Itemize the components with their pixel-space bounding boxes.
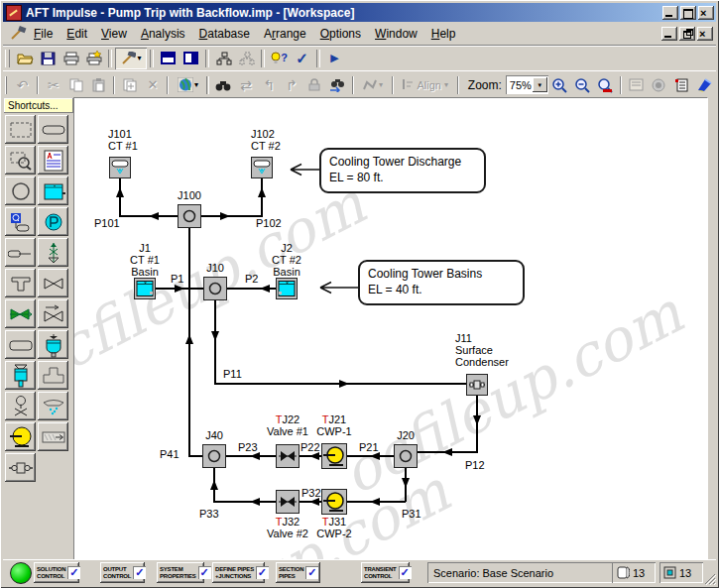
transient-control-checkbox[interactable]: ✓	[399, 566, 412, 579]
menu-arrange[interactable]: Arrange	[257, 24, 313, 44]
duplicate-button[interactable]	[118, 74, 141, 96]
label-p101[interactable]: P101	[94, 217, 120, 229]
find-button[interactable]	[212, 74, 235, 96]
surge-tank-tool[interactable]	[5, 361, 36, 390]
junction-tj21-pump[interactable]	[321, 443, 347, 473]
junction-j10-branch[interactable]	[203, 277, 227, 304]
build-scenario-dropdown[interactable]: ▾	[115, 48, 147, 69]
system-properties-checkbox[interactable]: ✓	[198, 566, 211, 579]
menu-help[interactable]: Help	[424, 24, 463, 44]
child-restore-button[interactable]	[679, 27, 695, 41]
pipe-p1[interactable]	[156, 285, 203, 293]
paste-button[interactable]	[87, 74, 110, 96]
output-control-button[interactable]: OUTPUTCONTROL✓	[100, 562, 145, 583]
zoom-in-button[interactable]	[548, 74, 571, 96]
define-pipes-checkbox[interactable]: ✓	[256, 566, 269, 579]
dead-end-tool[interactable]	[38, 361, 68, 390]
assigned-pressure-tool[interactable]	[38, 207, 68, 236]
label-j2[interactable]: J2CT #2Basin	[262, 242, 311, 278]
pipe-p22[interactable]	[300, 452, 321, 460]
define-pipes-junctions-button[interactable]: DEFINE PIPES+JUNCTIONS✓	[212, 562, 265, 583]
label-p22[interactable]: P22	[300, 441, 320, 453]
resize-grip[interactable]	[703, 572, 716, 585]
junction-list-button[interactable]	[670, 74, 693, 96]
undo-button[interactable]: ↶	[11, 74, 34, 96]
system-properties-button[interactable]: SYSTEMPROPERTIES✓	[157, 562, 204, 583]
pipe-p33[interactable]	[210, 468, 276, 506]
liquid-accumulator-tool[interactable]	[5, 330, 36, 359]
junction-j2-reservoir[interactable]	[276, 278, 298, 303]
solution-control-checkbox[interactable]: ✓	[67, 566, 80, 579]
toolbar-grip[interactable]	[5, 76, 7, 94]
rotate-left-button[interactable]: ↰	[258, 74, 281, 96]
label-j10[interactable]: J10	[203, 262, 227, 274]
close-button[interactable]: ×	[698, 6, 714, 20]
junction-tj32-valve[interactable]	[276, 490, 300, 518]
valve-tool[interactable]	[38, 269, 68, 297]
menu-analysis[interactable]: Analysis	[134, 24, 192, 44]
label-p31[interactable]: P31	[402, 508, 421, 520]
label-p32[interactable]: P32	[301, 487, 321, 499]
menu-window[interactable]: Window	[368, 24, 424, 44]
tee-wye-tool[interactable]	[5, 269, 36, 297]
label-p12[interactable]: P12	[465, 459, 485, 471]
copy-button[interactable]	[64, 74, 87, 96]
pipe-p21[interactable]	[347, 452, 394, 460]
label-j40[interactable]: J40	[201, 429, 227, 441]
child-minimize-button[interactable]	[661, 27, 677, 41]
annotation-cooling-tower-discharge[interactable]: Cooling Tower Discharge EL = 80 ft.	[319, 148, 486, 193]
label-p1[interactable]: P1	[171, 273, 183, 285]
zoom-select[interactable]: 75%▾	[506, 75, 548, 94]
run-model-button[interactable]: ▶	[323, 48, 346, 69]
pipe-p41[interactable]	[185, 228, 202, 456]
join-pipes-dropdown[interactable]: ▾	[357, 74, 389, 96]
junction-j20-branch[interactable]	[394, 444, 418, 472]
check-model-button[interactable]: ✓	[291, 48, 313, 69]
minimize-button[interactable]	[662, 6, 678, 20]
junction-j11-surface-condenser[interactable]	[466, 374, 488, 400]
workspace-layers-dropdown[interactable]: ▾	[172, 74, 203, 96]
zoom-100-button[interactable]	[594, 74, 617, 96]
reservoir-tool[interactable]	[38, 176, 68, 205]
solution-control-button[interactable]: SOLUTIONCONTROL✓	[34, 562, 79, 583]
cut-button[interactable]: ✂	[42, 74, 64, 96]
label-j102[interactable]: J102CT #2	[251, 128, 281, 152]
label-p41[interactable]: P41	[160, 448, 180, 460]
label-j100[interactable]: J100	[176, 189, 203, 201]
pipe-p32[interactable]	[300, 498, 321, 506]
pipe-p23[interactable]	[226, 452, 276, 460]
label-p23[interactable]: P23	[238, 441, 258, 453]
print-button[interactable]	[60, 48, 82, 69]
vacuum-breaker-valve-tool[interactable]	[38, 238, 68, 267]
align-dropdown[interactable]: Align▾	[397, 74, 454, 96]
check-valve-tool[interactable]	[5, 299, 36, 328]
open-button[interactable]	[14, 48, 37, 69]
model-data-button[interactable]	[212, 48, 235, 69]
branch-tool[interactable]	[5, 176, 36, 205]
menu-database[interactable]: Database	[192, 24, 257, 44]
visual-report-button[interactable]	[235, 48, 258, 69]
print-special-button[interactable]	[82, 48, 105, 69]
chevron-down-icon[interactable]: ▾	[533, 77, 547, 92]
menu-options[interactable]: Options	[313, 24, 368, 44]
reverse-direction-button[interactable]: ⇄	[235, 74, 258, 96]
three-way-valve-tool[interactable]	[38, 299, 68, 328]
workspace-canvas[interactable]: ocfileup.com ocfileup.com ocfileup.com	[73, 97, 708, 560]
pipe-tool[interactable]	[38, 115, 68, 144]
label-j11[interactable]: J11SurfaceCondenser	[455, 332, 509, 368]
label-p102[interactable]: P102	[256, 217, 282, 229]
child-close-button[interactable]: ×	[697, 27, 713, 41]
label-p21[interactable]: P21	[359, 441, 379, 453]
output-pane-button[interactable]	[180, 48, 202, 69]
junction-j100-branch[interactable]	[178, 204, 201, 232]
zoom-out-button[interactable]	[571, 74, 594, 96]
menu-view[interactable]: View	[94, 24, 134, 44]
junction-j101-spray-discharge[interactable]	[109, 157, 131, 182]
junction-j102-spray-discharge[interactable]	[251, 157, 273, 182]
section-pipes-button[interactable]: SECTIONPIPES✓	[276, 562, 320, 583]
pipe-p31[interactable]	[347, 468, 410, 506]
toolbar-grip[interactable]	[5, 50, 10, 67]
section-pipes-checkbox[interactable]: ✓	[305, 566, 318, 579]
annotation-tool[interactable]	[38, 146, 68, 175]
pipe-p11[interactable]	[211, 300, 466, 388]
